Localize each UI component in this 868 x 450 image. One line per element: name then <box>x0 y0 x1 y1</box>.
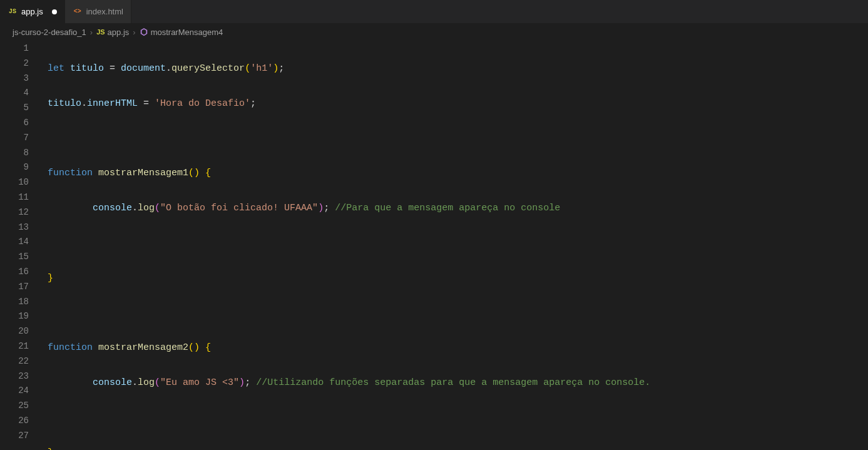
breadcrumb-folder[interactable]: js-curso-2-desafio_1 <box>13 28 86 37</box>
line-number: 20 <box>0 324 29 339</box>
line-number: 19 <box>0 309 29 324</box>
method-icon <box>140 28 148 36</box>
breadcrumb-symbol[interactable]: mostrarMensagem4 <box>140 28 223 37</box>
line-number: 26 <box>0 414 29 429</box>
tabs-bar: JS app.js <> index.html <box>0 0 868 24</box>
line-number: 24 <box>0 384 29 399</box>
dirty-indicator-icon[interactable] <box>52 9 57 14</box>
code-editor[interactable]: 1234567891011121314151617181920212223242… <box>0 40 868 450</box>
js-file-icon: JS <box>8 7 18 17</box>
line-number: 15 <box>0 250 29 265</box>
line-number: 1 <box>0 41 29 56</box>
line-number: 17 <box>0 280 29 295</box>
line-number: 21 <box>0 339 29 354</box>
chevron-right-icon: › <box>90 28 93 37</box>
line-number: 2 <box>0 56 29 71</box>
line-number: 16 <box>0 265 29 280</box>
breadcrumb-file[interactable]: JS app.js <box>96 28 129 37</box>
html-file-icon: <> <box>73 7 83 17</box>
breadcrumbs[interactable]: js-curso-2-desafio_1 › JS app.js › mostr… <box>0 24 868 40</box>
line-number: 18 <box>0 295 29 310</box>
line-number: 5 <box>0 101 29 116</box>
line-number: 23 <box>0 369 29 384</box>
line-number: 11 <box>0 190 29 205</box>
line-number: 7 <box>0 131 29 146</box>
line-number: 9 <box>0 160 29 175</box>
tab-label: index.html <box>86 7 123 16</box>
tab-label: app.js <box>21 7 43 16</box>
js-file-icon: JS <box>96 28 105 36</box>
line-number: 12 <box>0 205 29 220</box>
line-number: 8 <box>0 146 29 161</box>
tab-index-html[interactable]: <> index.html <box>65 0 131 23</box>
line-number: 14 <box>0 235 29 250</box>
line-number: 25 <box>0 399 29 414</box>
tab-app-js[interactable]: JS app.js <box>0 0 65 23</box>
line-number-gutter: 1234567891011121314151617181920212223242… <box>0 40 40 450</box>
chevron-right-icon: › <box>133 28 135 37</box>
line-number: 22 <box>0 354 29 369</box>
line-number: 3 <box>0 71 29 86</box>
line-number: 13 <box>0 220 29 235</box>
line-number: 6 <box>0 116 29 131</box>
line-number: 10 <box>0 175 29 190</box>
line-number: 27 <box>0 429 29 444</box>
code-content[interactable]: let titulo = document.querySelector('h1'… <box>40 40 868 450</box>
line-number: 4 <box>0 86 29 101</box>
